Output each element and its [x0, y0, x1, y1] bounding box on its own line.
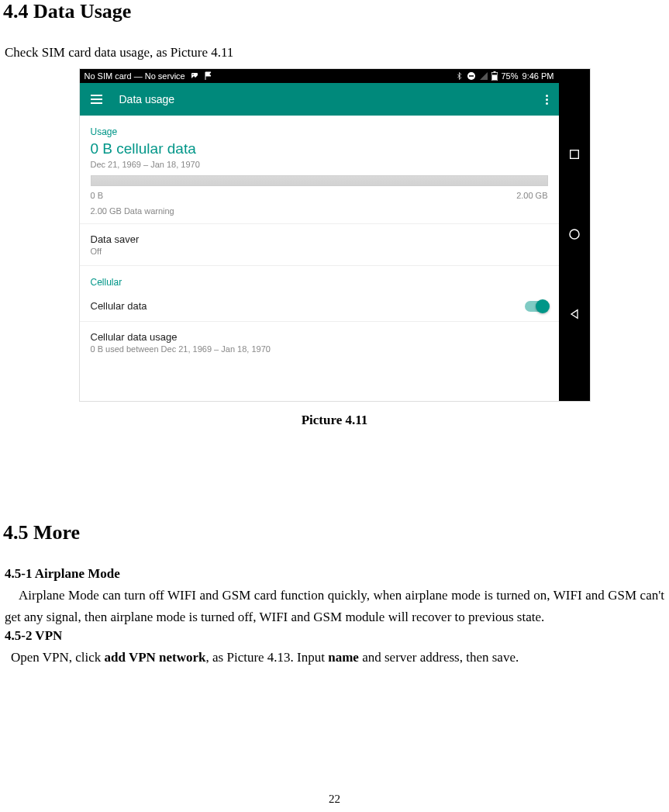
usage-warning: 2.00 GB Data warning [91, 206, 548, 223]
app-bar-title: Data usage [119, 93, 175, 105]
usage-bar-min: 0 B [91, 191, 104, 200]
cellular-section-label: Cellular [80, 266, 559, 291]
usage-main-value: 0 B cellular data [80, 140, 559, 160]
usage-bar-max: 2.00 GB [516, 191, 547, 200]
status-time: 9:46 PM [522, 71, 554, 81]
android-status-bar: No SIM card — No service [80, 69, 559, 83]
cellular-usage-sub: 0 B used between Dec 21, 1969 – Jan 18, … [91, 344, 548, 354]
section-4-5-2-title: 4.5-2 VPN [5, 628, 664, 644]
usage-date-range: Dec 21, 1969 – Jan 18, 1970 [80, 160, 559, 175]
signal-icon [480, 72, 488, 80]
screenshot-icon [190, 71, 199, 81]
screenshot-picture-4-11: No SIM card — No service [79, 68, 591, 402]
svg-point-8 [570, 230, 579, 239]
svg-point-1 [192, 74, 194, 75]
cellular-usage-title: Cellular data usage [91, 331, 548, 343]
section-4-4-title: 4.4 Data Usage [3, 0, 664, 23]
nav-back-icon[interactable] [568, 308, 581, 323]
svg-rect-7 [570, 150, 578, 158]
data-saver-status: Off [91, 247, 548, 256]
data-saver-row[interactable]: Data saver Off [80, 224, 559, 266]
section-4-5-1-body: Airplane Mode can turn off WIFI and GSM … [5, 585, 664, 628]
svg-rect-3 [469, 75, 474, 77]
flag-icon [204, 71, 213, 81]
hamburger-icon[interactable] [91, 95, 102, 104]
status-sim-text: No SIM card — No service [84, 71, 185, 81]
android-nav-bar [559, 69, 590, 401]
overflow-menu-icon[interactable] [546, 95, 548, 105]
app-bar: Data usage [80, 83, 559, 116]
usage-bar [91, 175, 548, 186]
nav-home-icon[interactable] [567, 227, 581, 244]
cellular-data-row[interactable]: Cellular data [80, 291, 559, 322]
battery-icon [491, 71, 498, 81]
cellular-usage-row[interactable]: Cellular data usage 0 B used between Dec… [80, 322, 559, 363]
nav-recent-icon[interactable] [568, 148, 581, 163]
section-4-4-intro: Check SIM card data usage, as Picture 4.… [5, 45, 664, 60]
data-saver-title: Data saver [91, 233, 548, 245]
usage-section-label: Usage [80, 116, 559, 140]
svg-rect-6 [492, 75, 497, 81]
status-battery-pct: 75% [502, 71, 519, 81]
cellular-data-title: Cellular data [91, 300, 147, 312]
section-4-5-title: 4.5 More [3, 521, 664, 544]
page-number: 22 [0, 793, 669, 806]
bluetooth-icon [456, 71, 463, 81]
dnd-icon [467, 71, 476, 81]
section-4-5-1-title: 4.5-1 Airplane Mode [5, 566, 664, 582]
cellular-data-toggle[interactable] [525, 301, 548, 312]
picture-caption: Picture 4.11 [5, 413, 664, 428]
section-4-5-2-body: Open VPN, click add VPN network, as Pict… [5, 647, 664, 669]
